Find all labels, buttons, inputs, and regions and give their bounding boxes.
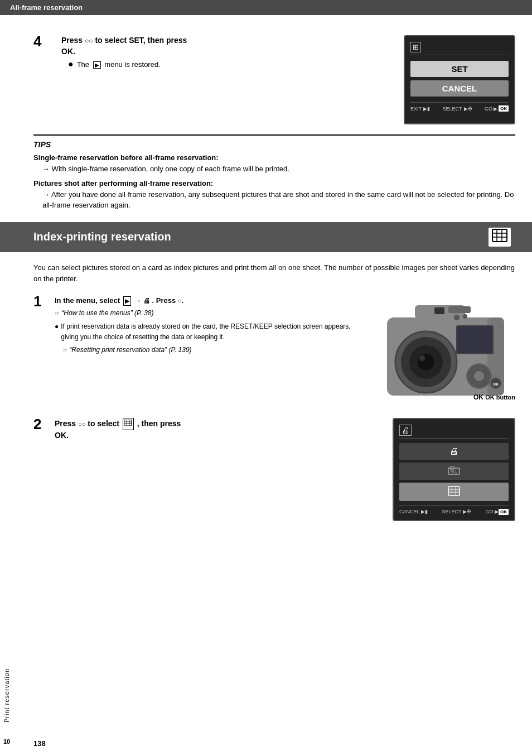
screen2-go: GO ▶OK: [485, 509, 509, 514]
step-4-number: 4: [33, 34, 50, 49]
print-icon-1: 🖨: [143, 297, 150, 305]
ok-label-4: OK: [499, 105, 509, 112]
svg-rect-0: [492, 229, 507, 242]
step-2-mid: to select: [85, 419, 122, 428]
svg-text:ALL: ALL: [451, 469, 458, 473]
tips-title: TIPS: [33, 140, 515, 149]
screen2-item3: [399, 483, 509, 501]
step-4-period: .: [73, 47, 75, 56]
step-2-period: .: [66, 431, 69, 440]
menu-play-icon: ▶: [93, 61, 101, 69]
sub-ref-icon: ☞: [62, 347, 67, 353]
step-1-bullets: ● If print reservation data is already s…: [55, 321, 359, 356]
index-section-header: Index-printing reservation: [0, 222, 532, 252]
screen2-item2-icon: ALL: [448, 466, 460, 476]
step-2-grid-icon: [123, 418, 134, 430]
sub-ref-text: “Resetting print reservation data” (P. 1…: [69, 346, 191, 354]
screen-cancel-item: CANCEL: [410, 80, 509, 97]
svg-rect-19: [448, 306, 471, 313]
screen2-item3-icon: [448, 486, 460, 498]
camera-illustration: OK OK OK button: [370, 295, 515, 407]
exit-btn: EXIT ▶▮: [410, 105, 430, 112]
step-4-dial-icon: ○○: [85, 37, 93, 45]
step-4-bullet-text: The ▶ menu is restored.: [77, 60, 161, 69]
svg-rect-22: [434, 307, 444, 314]
step-2-press: Press: [55, 419, 78, 428]
screen2-item1: 🖨: [399, 443, 509, 460]
sidebar-label: Print reservation: [3, 668, 10, 723]
ok-button-bold: OK: [473, 393, 483, 401]
svg-rect-23: [124, 420, 132, 426]
step-4-camera-screen: ⊞ SET CANCEL EXIT ▶▮ SELECT ▶✠: [404, 35, 515, 124]
svg-point-21: [463, 314, 467, 319]
step-4-title-press: Press: [61, 36, 85, 45]
select-btn: SELECT ▶✠: [442, 105, 472, 112]
step-4-text: Press ○○ to select SET, then press OK. ●…: [61, 35, 393, 69]
ref-icon-1: ☞: [55, 310, 60, 316]
go-btn: GO ▶OK: [485, 105, 509, 112]
page-header: All-frame reservation: [0, 0, 532, 15]
step-1-area: 1 In the menu, select ▶ → 🖨 . Press ○. ☞…: [33, 295, 515, 407]
step-1-sub-ref: ☞ “Resetting print reservation data” (P.…: [62, 345, 359, 355]
step-1-text: In the menu, select ▶ → 🖨 . Press ○. ☞ “…: [55, 295, 359, 355]
step-2-then: , then press: [137, 419, 181, 428]
svg-point-16: [474, 371, 484, 381]
index-section-icon: [489, 228, 511, 247]
bullet-dot-4: ●: [68, 60, 74, 69]
ok-label-2: OK: [499, 509, 509, 515]
screen2-top-icon: 🖨: [399, 425, 412, 436]
step-4-bullet-rest: menu is restored.: [104, 60, 160, 69]
step-1-number: 1: [33, 294, 50, 309]
page-number: 138: [33, 739, 46, 748]
screen2-top: 🖨: [399, 425, 509, 439]
screen-bottom-4: EXIT ▶▮ SELECT ▶✠ GO ▶OK: [410, 102, 509, 112]
screen-top-icon-4: ⊞: [410, 42, 421, 52]
step-2-text: Press ○○ to select , then press O: [55, 418, 381, 444]
step-4-bullet: ● The ▶ menu is restored.: [68, 60, 393, 69]
tip2-content: → After you have done all-frame reservat…: [42, 189, 515, 211]
step-1-bullet-text: If print reservation data is already sto…: [61, 321, 359, 343]
step-2-title: Press ○○ to select , then press O: [55, 418, 381, 441]
main-content: 4 Press ○○ to select SET, then press OK.…: [0, 15, 532, 532]
step-1-ref: ☞ “How to use the menus” (P. 38): [55, 309, 359, 317]
step-2-screen: 🖨 🖨 ALL: [393, 418, 515, 521]
screen2-bottom: CANCEL ▶▮ SELECT ▶✠ GO ▶OK: [399, 505, 509, 514]
camera-svg: OK: [370, 295, 515, 401]
step-2-section: 2 Press ○○ to select: [33, 418, 515, 521]
tip1-heading: Single-frame reservation before all-fram…: [33, 153, 515, 162]
svg-point-20: [454, 315, 460, 320]
page-container: Print reservation 10 All-frame reservati…: [0, 0, 532, 756]
sidebar-chapter-number: 10: [0, 738, 13, 745]
screen2-select: SELECT ▶✠: [442, 509, 471, 514]
screen-top-4: ⊞: [410, 42, 509, 55]
menu-icon-1: ▶: [123, 296, 131, 306]
step-1-title: In the menu, select ▶ → 🖨 . Press ○.: [55, 295, 359, 306]
svg-rect-31: [448, 487, 460, 495]
step-2-dial-icon: ○○: [78, 421, 85, 427]
sidebar: Print reservation 10: [0, 0, 13, 756]
svg-point-12: [419, 355, 425, 361]
step-2-left: 2 Press ○○ to select: [33, 418, 381, 444]
step-1-bullet: ● If print reservation data is already s…: [55, 321, 359, 343]
step-4-title: Press ○○ to select SET, then press OK.: [61, 35, 393, 57]
screen2-cancel: CANCEL ▶▮: [399, 509, 428, 514]
tip2-heading: Pictures shot after performing all-frame…: [33, 179, 515, 187]
ok-button-annotation: OK OK button: [473, 393, 515, 401]
svg-text:OK: OK: [493, 382, 499, 386]
step-4-title-mid: to select SET, then press: [93, 36, 187, 45]
step-2-number: 2: [33, 417, 50, 431]
step-2-ok: OK: [55, 431, 66, 440]
index-section-intro: You can select pictures stored on a card…: [33, 262, 515, 286]
tip1-content: → With single-frame reservation, only on…: [42, 163, 515, 175]
screen2-item1-icon: 🖨: [449, 446, 458, 456]
screen2-item2: ALL: [399, 463, 509, 480]
svg-rect-14: [457, 326, 493, 354]
screen-set-item: SET: [410, 61, 509, 77]
tips-section: TIPS Single-frame reservation before all…: [33, 134, 515, 211]
step-4-section: 4 Press ○○ to select SET, then press OK.…: [33, 35, 515, 124]
step-4-ok-label: OK: [61, 47, 73, 56]
header-title: All-frame reservation: [10, 3, 83, 12]
ref-text-1: “How to use the menus” (P. 38): [61, 309, 153, 317]
step-1-left: 1 In the menu, select ▶ → 🖨 . Press ○. ☞…: [33, 295, 359, 355]
index-section-title: Index-printing reservation: [33, 230, 171, 243]
